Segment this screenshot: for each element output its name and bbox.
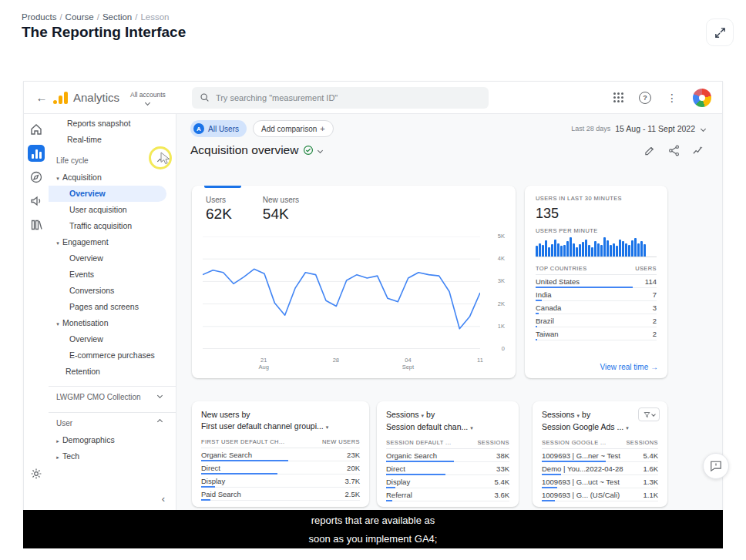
caption-line: soon as you implement GA4; (23, 530, 723, 548)
users-overview-card: Users 62K New users 54K 5K 4K (192, 186, 516, 378)
country-row[interactable]: Brazil2 (536, 314, 657, 327)
table-row[interactable]: 1009693 | G...uct ~ Test1.3K (542, 475, 658, 488)
caption-line: reports that are available as (23, 511, 723, 530)
table-header: SESSION GOOGLE ...SESSIONS (542, 439, 658, 449)
chevron-up-icon[interactable] (157, 419, 163, 424)
nav-monetisation-overview[interactable]: Overview (49, 331, 176, 347)
dimension-dropdown[interactable]: Session Google Ads ... (542, 422, 629, 431)
advertising-icon[interactable] (27, 192, 45, 210)
avatar[interactable] (693, 89, 711, 107)
table-row[interactable]: Display3.7K (201, 474, 360, 488)
dimension-dropdown[interactable]: Session default chan... (386, 422, 473, 431)
nav-events[interactable]: Events (49, 267, 176, 283)
nav-ecommerce-purchases[interactable]: E-commerce purchases (49, 347, 176, 364)
caret-right-icon (53, 433, 62, 449)
table-row[interactable]: Direct20K (201, 461, 360, 474)
expand-button[interactable] (706, 18, 734, 46)
table-row[interactable]: Organic Search38K (386, 449, 509, 462)
help-icon[interactable] (639, 92, 651, 104)
report-title: Acquisition overview (190, 143, 298, 157)
nav-section-lwgmp[interactable]: LWGMP CMO Collection (49, 386, 176, 406)
nav-acquisition-overview[interactable]: Overview (49, 186, 166, 202)
chevron-down-icon[interactable] (157, 393, 163, 398)
nav-reports-snapshot[interactable]: Reports snapshot (49, 116, 176, 132)
users-per-minute-bars (536, 237, 657, 257)
nav-engagement-overview[interactable]: Overview (49, 250, 176, 267)
report-main: A All Users Add comparison Last 28 days … (176, 114, 722, 511)
date-range-picker[interactable]: Last 28 days 15 Aug - 11 Sept 2022 (571, 124, 705, 133)
table-row[interactable]: 1009693 | G...ner ~ Test5.4K (542, 449, 658, 462)
back-arrow-icon[interactable] (32, 91, 52, 104)
table-row[interactable]: 1009693 | G... (US/Cali)1.1K (542, 488, 658, 501)
home-icon[interactable] (27, 120, 45, 139)
search-bar[interactable] (192, 87, 489, 109)
chevron-down-icon[interactable] (318, 147, 323, 153)
customize-report-icon[interactable] (644, 145, 656, 156)
nav-acquisition[interactable]: Acquisition (49, 169, 176, 186)
metric-dropdown[interactable]: Sessions (386, 410, 424, 419)
breadcrumb-course[interactable]: Course (66, 12, 94, 22)
nav-traffic-acquisition[interactable]: Traffic acquisition (49, 218, 176, 234)
all-users-chip[interactable]: A All Users (190, 120, 247, 137)
metric-tab-new-users[interactable]: New users 54K (263, 196, 299, 223)
caret-right-icon (53, 449, 62, 465)
nav-monetisation[interactable]: Monetisation (49, 315, 176, 331)
nav-retention[interactable]: Retention (49, 364, 176, 380)
insights-icon[interactable] (692, 145, 704, 156)
table-row[interactable]: Demo | You...2022-04-281.6K (542, 462, 658, 475)
sessions-google-ads-card: Sessions by Session Google Ads ... SESSI… (533, 401, 667, 507)
nav-pages-and-screens[interactable]: Pages and screens (49, 299, 176, 315)
add-comparison-button[interactable]: Add comparison (253, 120, 334, 137)
breadcrumb: Products/Course/Section/Lesson (22, 12, 170, 22)
reports-icon[interactable] (27, 144, 45, 163)
table-row[interactable]: Paid Search2.5K (201, 488, 360, 501)
country-row[interactable]: United States114 (536, 275, 657, 288)
metric-dropdown[interactable]: Sessions (542, 410, 580, 419)
breadcrumb-section[interactable]: Section (102, 12, 132, 22)
nav-tech[interactable]: Tech (49, 448, 176, 464)
country-row[interactable]: Taiwan2 (536, 327, 657, 340)
check-circle-icon (303, 145, 314, 156)
account-switcher[interactable]: All accounts (130, 91, 166, 105)
table-row[interactable]: Display5.4K (386, 475, 509, 488)
nav-engagement[interactable]: Engagement (49, 234, 176, 250)
filter-button[interactable] (638, 407, 660, 421)
feedback-button[interactable] (703, 453, 729, 479)
nav-real-time[interactable]: Real-time (49, 132, 176, 148)
card-title: New users by (201, 409, 360, 421)
apps-grid-icon[interactable] (613, 92, 623, 102)
reports-sidebar: Reports snapshot Real-time Life cycle Ac… (49, 114, 176, 511)
breadcrumb-separator: / (94, 12, 102, 22)
breadcrumb-products[interactable]: Products (22, 12, 56, 22)
settings-gear-icon[interactable] (27, 464, 45, 483)
dimension-dropdown[interactable]: First user default channel groupi... (201, 421, 328, 431)
table-header: SESSION DEFAULT ...SESSIONS (386, 439, 509, 449)
country-row[interactable]: Canada3 (536, 301, 657, 314)
nav-user-acquisition[interactable]: User acquisition (49, 202, 176, 218)
x-axis-labels: 21Aug 28 04Sept 11 (203, 357, 480, 374)
explore-icon[interactable] (27, 168, 45, 186)
table-row[interactable]: Organic Search23K (201, 448, 360, 461)
chevron-down-icon (145, 99, 150, 105)
share-icon[interactable] (668, 145, 680, 156)
table-row[interactable]: Referral3.6K (386, 488, 509, 501)
country-row[interactable]: India7 (536, 288, 657, 301)
nav-section-user[interactable]: User (49, 412, 176, 432)
metric-tab-users[interactable]: Users 62K (206, 196, 232, 223)
analytics-logo-icon (53, 92, 68, 104)
nav-demographics[interactable]: Demographics (49, 432, 176, 448)
more-options-icon[interactable] (667, 92, 677, 103)
caret-down-icon (53, 235, 62, 251)
view-real-time-link[interactable]: View real time (600, 363, 658, 371)
collapse-nav-button[interactable] (162, 493, 165, 505)
search-input[interactable] (216, 93, 481, 102)
realtime-title: USERS IN LAST 30 MINUTES (536, 195, 657, 202)
new-users-breakdown-card: New users by First user default channel … (192, 401, 369, 507)
library-icon[interactable] (27, 216, 45, 234)
nav-conversions[interactable]: Conversions (49, 283, 176, 299)
audience-icon: A (193, 123, 204, 134)
analytics-brand[interactable]: Analytics (73, 91, 119, 104)
nav-section-life-cycle[interactable]: Life cycle (49, 153, 176, 169)
table-row[interactable]: Direct33K (386, 462, 509, 475)
plus-icon (320, 124, 324, 133)
